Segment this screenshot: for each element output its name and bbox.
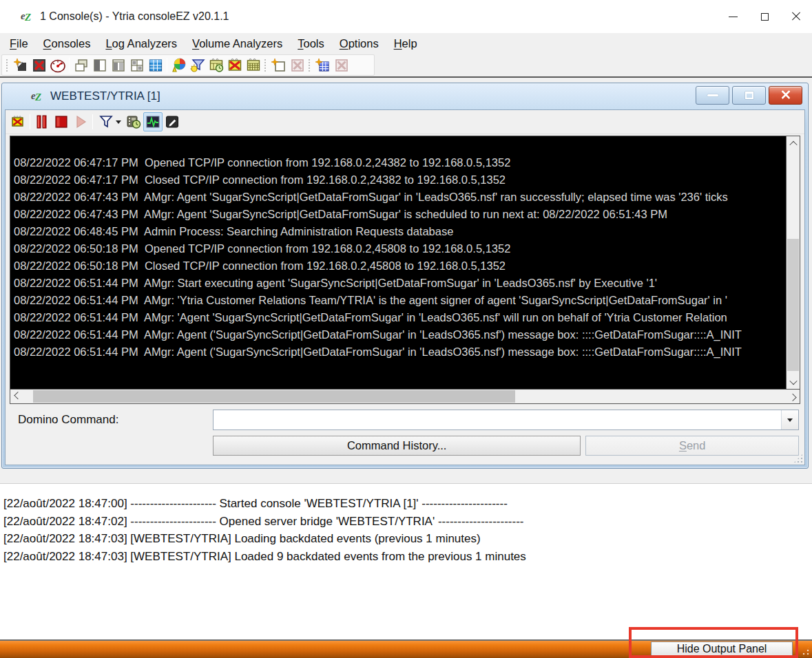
output-panel[interactable]: [22/août/2022 18:47:00] ----------------…	[0, 483, 812, 639]
window-title: 1 Console(s) - Ytria consoleEZ v20.1.1	[40, 10, 229, 23]
log-line: 08/22/2022 06:51:44 PM AMgr: Agent ('Sug…	[14, 326, 783, 343]
log-line: 08/22/2022 06:47:43 PM AMgr: Agent 'Suga…	[14, 189, 783, 206]
grid-view-icon[interactable]	[146, 56, 165, 74]
minimize-button[interactable]	[717, 0, 749, 33]
close-console-icon[interactable]	[30, 56, 48, 74]
menubar: FileConsolesLog AnalyzersVolume Analyzer…	[0, 33, 812, 54]
log-line: 08/22/2022 06:51:44 PM AMgr: Start execu…	[14, 275, 783, 292]
restore-icon	[745, 92, 753, 99]
new-console-icon[interactable]	[11, 56, 30, 74]
new-grid-window-icon[interactable]	[313, 56, 332, 74]
mdi-area: eZ WEBTEST/YTRIA [1]	[0, 77, 812, 483]
close-icon	[791, 12, 801, 21]
application-window: eZ 1 Console(s) - Ytria consoleEZ v20.1.…	[0, 0, 812, 658]
live-activity-icon[interactable]	[143, 112, 163, 131]
log-line: 08/22/2022 06:51:44 PM AMgr: 'Agent 'Sug…	[14, 309, 783, 326]
command-panel: Domino Command: Command History... Send	[6, 404, 804, 465]
console-window-titlebar[interactable]: eZ WEBTEST/YTRIA [1]	[2, 83, 808, 109]
log-line: 08/22/2022 06:47:17 PM Closed TCP/IP con…	[14, 171, 783, 189]
app-logo-icon: eZ	[21, 10, 34, 23]
log-line: 08/22/2022 06:50:18 PM Closed TCP/IP con…	[14, 257, 783, 275]
close-icon	[780, 90, 791, 100]
console-window-title: WEBTEST/YTRIA [1]	[50, 89, 160, 103]
output-line: [22/août/2022 18:47:02] ----------------…	[3, 513, 808, 531]
scroll-down-button[interactable]	[787, 374, 800, 389]
chevron-left-icon	[14, 392, 21, 399]
output-line: [22/août/2022 18:47:03] [WEBTEST/YTRIA] …	[3, 530, 808, 548]
console-minimize-button[interactable]	[696, 86, 729, 105]
hide-output-panel-button[interactable]: Hide Output Panel	[651, 641, 793, 657]
backdated-events-icon[interactable]	[124, 112, 143, 131]
calendar-clock-icon[interactable]	[207, 56, 225, 74]
chevron-right-icon	[789, 394, 796, 401]
horizontal-scroll-track[interactable]	[25, 390, 785, 403]
console-close-button[interactable]	[769, 86, 802, 105]
new-window-icon[interactable]	[269, 56, 288, 74]
horizontal-scroll-thumb[interactable]	[33, 390, 515, 403]
filter-highlight-icon[interactable]	[188, 56, 207, 74]
gauge-icon[interactable]	[48, 56, 67, 74]
minimize-icon	[707, 94, 718, 96]
scroll-right-button[interactable]	[785, 390, 800, 403]
calendar-grid-icon[interactable]	[244, 56, 262, 74]
output-line: [22/août/2022 18:47:03] [WEBTEST/YTRIA] …	[3, 548, 808, 566]
calendar-remove-icon[interactable]	[225, 56, 244, 74]
log-line: 08/22/2022 06:51:44 PM AMgr: 'Ytria Cust…	[14, 292, 783, 309]
menu-file[interactable]: File	[2, 34, 36, 53]
menu-options[interactable]: Options	[332, 34, 386, 53]
horizontal-scrollbar[interactable]	[10, 389, 800, 404]
menu-consoles[interactable]: Consoles	[36, 34, 98, 53]
maximize-button[interactable]	[749, 0, 780, 33]
output-line: [22/août/2022 18:47:00] ----------------…	[3, 495, 808, 513]
menu-help[interactable]: Help	[386, 34, 425, 53]
toolbar-grip[interactable]	[6, 59, 10, 72]
toolbar-grip[interactable]	[264, 59, 268, 72]
menu-log-analyzers[interactable]: Log Analyzers	[98, 34, 185, 53]
scroll-left-button[interactable]	[10, 390, 25, 403]
stop-icon[interactable]	[52, 112, 71, 131]
tile-horizontal-icon[interactable]	[109, 56, 127, 74]
toolbar-grip[interactable]	[308, 59, 312, 72]
close-grid-window-disabled-icon	[332, 56, 351, 74]
close-window-disabled-icon	[288, 56, 306, 74]
minimize-icon	[729, 17, 738, 17]
console-log[interactable]: 08/22/2022 06:47:17 PM Opened TCP/IP con…	[10, 136, 786, 389]
log-line: 08/22/2022 06:47:43 PM AMgr: Agent 'Suga…	[14, 206, 783, 223]
vertical-scroll-thumb[interactable]	[787, 239, 799, 371]
combo-dropdown-button[interactable]	[781, 410, 798, 429]
chevron-down-icon	[116, 120, 121, 124]
resize-grip[interactable]	[798, 646, 811, 657]
maximize-icon	[761, 13, 769, 21]
console-window: eZ WEBTEST/YTRIA [1]	[1, 83, 809, 469]
main-toolbar	[0, 54, 812, 77]
clear-events-icon[interactable]	[8, 112, 28, 131]
menu-tools[interactable]: Tools	[290, 34, 332, 53]
vertical-scrollbar[interactable]	[786, 136, 800, 389]
log-line: 08/22/2022 06:47:17 PM Opened TCP/IP con…	[14, 154, 783, 171]
domino-command-input[interactable]	[213, 410, 799, 430]
chevron-up-icon	[789, 140, 797, 148]
send-button: Send	[585, 436, 799, 456]
tile-grid-icon[interactable]	[127, 56, 146, 74]
tile-vertical-icon[interactable]	[90, 56, 109, 74]
console-toolbar	[6, 110, 804, 134]
main-titlebar: eZ 1 Console(s) - Ytria consoleEZ v20.1.…	[0, 0, 812, 33]
domino-command-label: Domino Command:	[18, 413, 213, 427]
filter-dropdown-icon[interactable]	[95, 112, 124, 131]
pause-icon[interactable]	[32, 112, 52, 131]
vertical-scroll-track[interactable]	[787, 151, 800, 374]
edit-note-icon[interactable]	[163, 112, 182, 131]
log-line: 08/22/2022 06:50:18 PM Opened TCP/IP con…	[14, 240, 783, 257]
domino-command-value[interactable]	[214, 410, 781, 429]
command-history-button[interactable]: Command History...	[213, 436, 581, 456]
close-button[interactable]	[780, 0, 812, 33]
console-restore-button[interactable]	[732, 86, 766, 105]
play-disabled-icon	[71, 112, 90, 131]
console-window-logo-icon: eZ	[31, 89, 45, 103]
menu-volume-analyzers[interactable]: Volume Analyzers	[185, 34, 290, 53]
cascade-windows-icon[interactable]	[72, 56, 90, 74]
color-legend-icon[interactable]	[169, 56, 188, 74]
chevron-down-icon	[787, 418, 793, 422]
log-line: 08/22/2022 06:48:45 PM Admin Process: Se…	[14, 223, 783, 240]
scroll-up-button[interactable]	[787, 136, 800, 151]
